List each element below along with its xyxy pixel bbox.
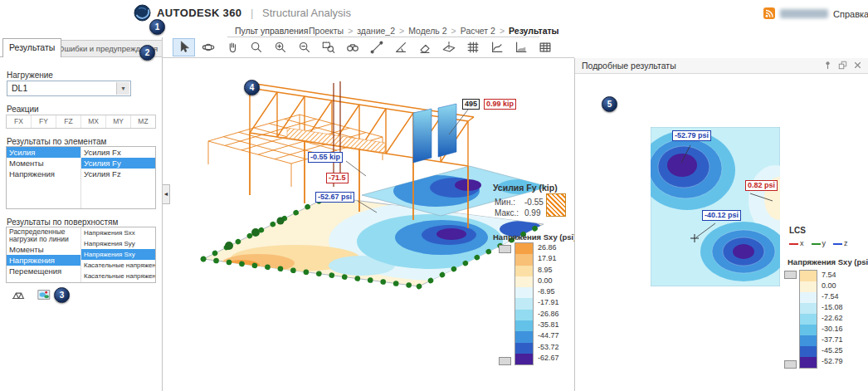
breadcrumb-separator: > [451,26,456,36]
min-force-label: -0.55 kip [308,152,343,163]
tool-table[interactable] [534,38,556,56]
reaction-toggle-fy[interactable]: FY [32,115,56,128]
tool-find[interactable] [341,38,363,56]
tool-eraser[interactable] [413,38,436,56]
legend-color-cell [515,298,533,309]
breadcrumb-item[interactable]: Расчет 2 [461,26,495,36]
reaction-toggle-mz[interactable]: MZ [131,115,155,128]
legend-value: -17.91 [534,297,559,308]
tool-select[interactable] [173,38,195,56]
tool-zoom-out[interactable] [293,38,315,56]
autodesk-360-logo-icon [134,4,151,25]
tool-chart-area[interactable] [510,38,532,56]
list-item[interactable]: Усилия Fy [81,158,155,169]
legend-value: 0.00 [534,276,559,286]
load-case-label: Нагружение [7,71,53,80]
legend-range-slider-top[interactable] [499,245,511,253]
reaction-toggle-fz[interactable]: FZ [56,115,81,128]
tool-measure-line[interactable] [365,38,388,56]
list-item[interactable]: Усилия Fz [81,169,155,179]
list-item[interactable]: Касательные напряжения Tyy [81,271,155,281]
annotation-callout-3: 3 [54,287,70,303]
detail-legend-values: 7.540.00-7.54-15.08-22.62-30.16-37.71-45… [818,270,843,367]
list-item[interactable]: Напряжения Sxy [81,249,155,260]
sidebar-collapse-handle[interactable]: ◄ [163,184,170,204]
list-item[interactable]: Перемещения [7,266,80,276]
nav-dashboard-link[interactable]: Пульт управления [235,26,308,36]
annotation-callout-5: 5 [602,96,617,112]
tool-chart-line[interactable] [485,38,508,56]
list-item[interactable]: Распределенные нагрузки по линии [7,227,80,244]
result-map-icon[interactable] [34,286,54,305]
list-item[interactable]: Напряжения [7,255,80,266]
close-icon[interactable] [851,60,863,71]
lcs-axes-legend: xyz [789,239,848,247]
structure-view-icon[interactable] [8,286,28,305]
list-item[interactable]: Напряжения Sxx [81,227,155,238]
breadcrumb-item[interactable]: Проекты [309,26,344,36]
shear-wall[interactable] [413,109,432,163]
load-case-dropdown[interactable]: DL1 ▾ [7,81,131,96]
axis-color-dash [812,243,821,245]
brand-divider: | [251,7,253,19]
list-item[interactable]: Моменты [7,158,80,169]
pin-icon[interactable] [822,60,833,71]
reaction-toggle-fx[interactable]: FX [7,115,32,128]
tool-grid[interactable] [461,38,484,56]
breadcrumb-item[interactable]: Модель 2 [408,26,446,36]
legend-value: -30.16 [818,324,843,335]
detail-legend-slider-bottom[interactable] [784,360,797,369]
min-stress-label: -52.67 psi [315,192,354,203]
detail-max-label: 0.82 psi [745,180,778,191]
tool-orbit[interactable] [197,38,219,56]
breadcrumb-item[interactable]: здание_2 [357,26,395,36]
surface-results-label: Результаты по поверхностям [7,217,118,227]
panel-header[interactable]: Подробные результаты [575,58,868,74]
legend-color-cell [515,354,533,364]
legend-value: -22.62 [818,313,843,324]
tool-measure-angle[interactable] [389,38,412,56]
brand-360: 360 [223,7,242,19]
reaction-toggle-group: FXFYFZMXMYMZ [6,115,156,129]
tool-zoom-window[interactable] [317,38,339,56]
viewport-3d[interactable]: ◄ 495 0.99 kip -0.55 kip -71.5 -52.67 ps… [163,58,574,391]
chevron-down-icon: ▾ [116,82,129,95]
tool-section-plane[interactable] [437,38,460,56]
element-results-label: Результаты по элементам [7,137,106,146]
detail-contour-plot[interactable]: -52.79 psi 0.82 psi -40.12 psi [651,127,780,286]
sidebar-tab-bar: Результаты Ошибки и предупреждения [0,37,162,57]
app-header: AUTODESK 360 | Structural Analysis Справ… [0,0,868,25]
reaction-toggle-my[interactable]: MY [106,115,131,128]
list-item[interactable]: Моменты [7,244,80,255]
list-item[interactable]: Напряжения Syy [81,238,155,249]
mezzanine-grid [208,115,383,187]
popout-icon[interactable] [836,60,848,71]
breadcrumb-item[interactable]: Результаты [509,26,559,36]
legend-value: -53.72 [534,342,559,353]
results-sidebar: Результаты Ошибки и предупреждения Нагру… [0,37,163,391]
tool-zoom[interactable] [245,38,267,56]
user-name-redacted[interactable] [780,9,828,18]
reaction-toggle-mx[interactable]: MX [81,115,106,128]
tool-zoom-in[interactable] [269,38,291,56]
tab-results[interactable]: Результаты [2,38,61,57]
legend-value: 8.95 [534,265,559,276]
list-item[interactable]: Усилия [7,147,80,158]
lcs-axis-y: y [812,239,827,247]
mid-stress-label: -71.5 [326,173,349,183]
element-results-listbox: УсилияМоментыНапряжения Усилия FxУсилия … [6,146,156,209]
shear-wall[interactable] [438,104,456,157]
list-item[interactable]: Напряжения [7,169,80,179]
list-item[interactable]: Усилия Fx [81,147,155,158]
detail-legend-slider-top[interactable] [784,271,797,279]
tool-pan[interactable] [221,38,243,56]
legend-range-slider-bottom[interactable] [499,357,511,365]
legend-value: -35.81 [534,320,559,330]
list-item[interactable]: Касательные напряжения Txx [81,260,155,271]
axis-color-dash [789,243,798,245]
stress-legend-values: 26.8617.918.950.00-8.95-17.91-26.86-35.8… [534,242,559,364]
legend-value: -52.79 [818,356,843,367]
feed-icon[interactable] [763,7,775,22]
help-link[interactable]: Справка [833,9,868,19]
legend-value: 7.54 [818,270,843,281]
